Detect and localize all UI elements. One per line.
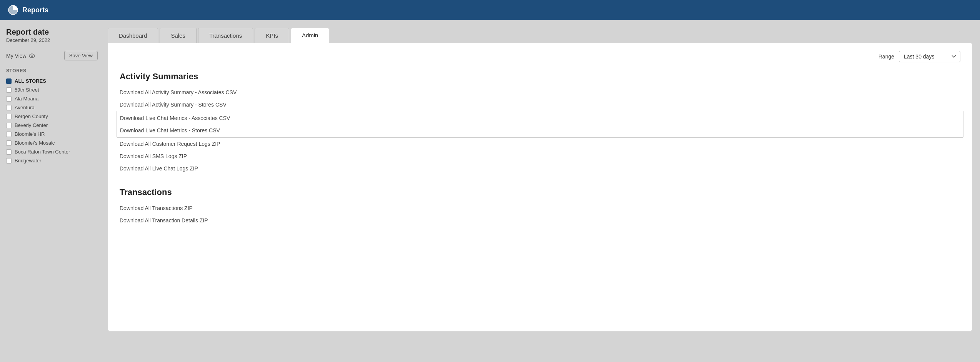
eye-icon: [29, 53, 35, 59]
store-name-aventura: Aventura: [15, 105, 35, 110]
store-name-all: ALL STORES: [15, 78, 46, 84]
store-item-boca[interactable]: Boca Raton Town Center: [6, 147, 98, 156]
store-checkbox-bloomie-hr[interactable]: [6, 132, 12, 137]
download-livechat-associates[interactable]: Download Live Chat Metrics - Associates …: [117, 112, 963, 124]
store-checkbox-bloomie-mosaic[interactable]: [6, 140, 12, 146]
store-list-container: ALL STORES 59th Street Ala Moana Aventur…: [6, 77, 98, 165]
tab-sales[interactable]: Sales: [160, 28, 197, 43]
transactions-section: Transactions Download All Transactions Z…: [120, 187, 960, 227]
store-name-59th: 59th Street: [15, 87, 39, 93]
save-view-button[interactable]: Save View: [64, 51, 98, 60]
store-name-bridgewater: Bridgewater: [15, 158, 41, 163]
store-checkbox-aventura[interactable]: [6, 105, 12, 110]
store-checkbox-all[interactable]: [6, 78, 12, 84]
report-date-section: Report date December 29, 2022: [6, 28, 98, 43]
tab-bar: Dashboard Sales Transactions KPIs Admin: [108, 28, 972, 43]
transactions-title: Transactions: [120, 187, 960, 197]
store-item-bridgewater[interactable]: Bridgewater: [6, 156, 98, 165]
store-checkbox-59th[interactable]: [6, 87, 12, 93]
tab-kpis[interactable]: KPIs: [255, 28, 289, 43]
app-header: Reports: [0, 0, 980, 20]
store-checkbox-ala-moana[interactable]: [6, 96, 12, 102]
svg-point-3: [31, 55, 33, 57]
store-item-59th[interactable]: 59th Street: [6, 85, 98, 94]
store-item-bloomie-mosaic[interactable]: Bloomie\'s Mosaic: [6, 138, 98, 147]
download-customer-request-logs[interactable]: Download All Customer Request Logs ZIP: [120, 138, 960, 150]
store-name-boca: Boca Raton Town Center: [15, 149, 70, 155]
download-activity-associates[interactable]: Download All Activity Summary - Associat…: [120, 86, 960, 98]
store-checkbox-bergen[interactable]: [6, 114, 12, 119]
activity-summaries-section: Activity Summaries Download All Activity…: [120, 72, 960, 175]
download-transactions-zip[interactable]: Download All Transactions ZIP: [120, 202, 960, 214]
tab-admin[interactable]: Admin: [291, 28, 330, 43]
store-item-aventura[interactable]: Aventura: [6, 103, 98, 112]
main-layout: Report date December 29, 2022 My View Sa…: [0, 20, 980, 362]
admin-panel: Range Last 30 days Last 7 days Last 90 d…: [108, 43, 972, 331]
stores-heading: STORES: [6, 68, 98, 73]
range-select[interactable]: Last 30 days Last 7 days Last 90 days Cu…: [899, 51, 960, 62]
pie-chart-icon: [8, 5, 18, 15]
my-view-label: My View: [6, 53, 35, 59]
live-chat-highlight-box: Download Live Chat Metrics - Associates …: [117, 111, 963, 138]
range-label: Range: [878, 53, 894, 60]
section-divider: [120, 181, 960, 181]
download-livechat-stores[interactable]: Download Live Chat Metrics - Stores CSV: [117, 124, 963, 137]
content-area: Dashboard Sales Transactions KPIs Admin …: [104, 20, 980, 362]
store-item-bergen[interactable]: Bergen County: [6, 112, 98, 121]
store-item-beverly[interactable]: Beverly Center: [6, 121, 98, 130]
activity-summaries-title: Activity Summaries: [120, 72, 960, 82]
download-livechat-logs[interactable]: Download All Live Chat Logs ZIP: [120, 162, 960, 175]
download-transaction-details-zip[interactable]: Download All Transaction Details ZIP: [120, 214, 960, 227]
tab-dashboard[interactable]: Dashboard: [108, 28, 158, 43]
store-list: ALL STORES 59th Street Ala Moana Aventur…: [6, 77, 98, 165]
store-item-bloomie-hr[interactable]: Bloomie's HR: [6, 130, 98, 138]
store-name-ala-moana: Ala Moana: [15, 96, 38, 102]
download-sms-logs[interactable]: Download All SMS Logs ZIP: [120, 150, 960, 162]
store-name-beverly: Beverly Center: [15, 122, 48, 128]
store-name-bergen: Bergen County: [15, 113, 48, 119]
report-date-value: December 29, 2022: [6, 37, 98, 43]
store-name-bloomie-mosaic: Bloomie\'s Mosaic: [15, 140, 55, 146]
tab-transactions[interactable]: Transactions: [198, 28, 253, 43]
store-item-ala-moana[interactable]: Ala Moana: [6, 94, 98, 103]
app-title: Reports: [22, 6, 48, 14]
svg-point-2: [29, 54, 35, 58]
store-checkbox-bridgewater[interactable]: [6, 158, 12, 163]
logo: Reports: [8, 5, 48, 15]
store-name-bloomie-hr: Bloomie's HR: [15, 131, 45, 137]
download-activity-stores[interactable]: Download All Activity Summary - Stores C…: [120, 98, 960, 111]
report-date-label: Report date: [6, 28, 98, 37]
store-checkbox-boca[interactable]: [6, 149, 12, 155]
range-row: Range Last 30 days Last 7 days Last 90 d…: [120, 51, 960, 62]
store-checkbox-beverly[interactable]: [6, 123, 12, 128]
sidebar: Report date December 29, 2022 My View Sa…: [0, 20, 104, 362]
my-view-row: My View Save View: [6, 51, 98, 60]
store-item-all[interactable]: ALL STORES: [6, 77, 98, 85]
